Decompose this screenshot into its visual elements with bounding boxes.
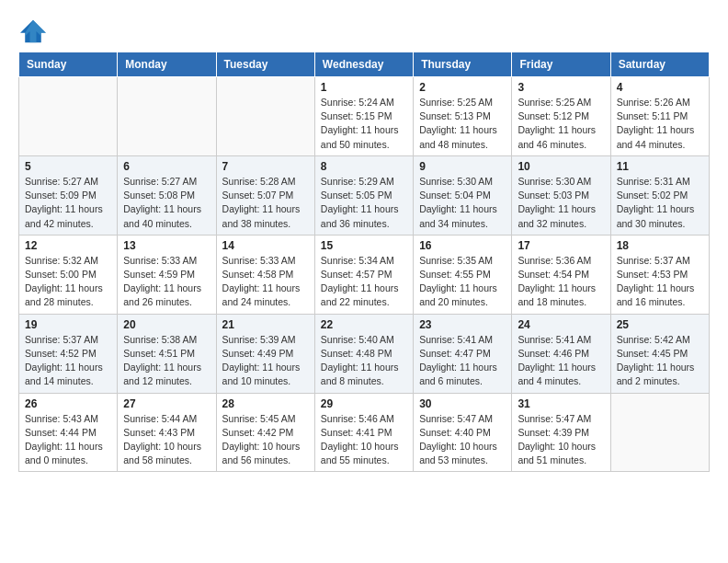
day-number: 8 (321, 160, 407, 173)
day-info: Sunrise: 5:33 AM Sunset: 4:59 PM Dayligh… (123, 254, 210, 310)
day-number: 13 (123, 239, 210, 252)
calendar-table: SundayMondayTuesdayWednesdayThursdayFrid… (18, 52, 710, 472)
day-info: Sunrise: 5:30 AM Sunset: 5:04 PM Dayligh… (419, 175, 506, 231)
day-info: Sunrise: 5:46 AM Sunset: 4:41 PM Dayligh… (321, 412, 407, 468)
day-info: Sunrise: 5:42 AM Sunset: 4:45 PM Dayligh… (617, 333, 703, 389)
calendar-week-row: 19Sunrise: 5:37 AM Sunset: 4:52 PM Dayli… (19, 314, 710, 393)
weekday-header: Tuesday (216, 52, 314, 77)
day-info: Sunrise: 5:31 AM Sunset: 5:02 PM Dayligh… (617, 175, 703, 231)
calendar-cell (118, 77, 216, 156)
calendar-cell: 21Sunrise: 5:39 AM Sunset: 4:49 PM Dayli… (216, 314, 314, 393)
day-info: Sunrise: 5:24 AM Sunset: 5:15 PM Dayligh… (321, 96, 407, 152)
day-info: Sunrise: 5:40 AM Sunset: 4:48 PM Dayligh… (321, 333, 407, 389)
calendar-cell: 16Sunrise: 5:35 AM Sunset: 4:55 PM Dayli… (414, 235, 512, 314)
day-info: Sunrise: 5:44 AM Sunset: 4:43 PM Dayligh… (123, 412, 210, 468)
calendar-cell: 8Sunrise: 5:29 AM Sunset: 5:05 PM Daylig… (314, 155, 413, 235)
calendar-cell: 11Sunrise: 5:31 AM Sunset: 5:02 PM Dayli… (610, 155, 709, 235)
day-number: 7 (222, 160, 309, 173)
calendar-cell (19, 77, 118, 156)
calendar-week-row: 1Sunrise: 5:24 AM Sunset: 5:15 PM Daylig… (19, 77, 710, 156)
day-number: 30 (419, 397, 506, 410)
day-info: Sunrise: 5:33 AM Sunset: 4:58 PM Dayligh… (222, 254, 309, 310)
day-info: Sunrise: 5:35 AM Sunset: 4:55 PM Dayligh… (419, 254, 506, 310)
day-info: Sunrise: 5:37 AM Sunset: 4:53 PM Dayligh… (617, 254, 703, 310)
day-number: 10 (518, 160, 604, 173)
calendar-week-row: 5Sunrise: 5:27 AM Sunset: 5:09 PM Daylig… (19, 155, 710, 235)
calendar-cell: 19Sunrise: 5:37 AM Sunset: 4:52 PM Dayli… (19, 314, 118, 393)
calendar-cell: 1Sunrise: 5:24 AM Sunset: 5:15 PM Daylig… (314, 77, 413, 156)
day-info: Sunrise: 5:41 AM Sunset: 4:46 PM Dayligh… (518, 333, 604, 389)
calendar-cell: 26Sunrise: 5:43 AM Sunset: 4:44 PM Dayli… (19, 393, 118, 472)
calendar-cell: 30Sunrise: 5:47 AM Sunset: 4:40 PM Dayli… (414, 393, 512, 472)
calendar-cell: 9Sunrise: 5:30 AM Sunset: 5:04 PM Daylig… (414, 155, 512, 235)
weekday-header: Saturday (610, 52, 709, 77)
day-number: 26 (25, 397, 111, 410)
day-info: Sunrise: 5:30 AM Sunset: 5:03 PM Dayligh… (518, 175, 604, 231)
day-info: Sunrise: 5:28 AM Sunset: 5:07 PM Dayligh… (222, 175, 309, 231)
day-number: 12 (25, 239, 111, 252)
day-number: 24 (518, 318, 604, 331)
calendar-cell: 2Sunrise: 5:25 AM Sunset: 5:13 PM Daylig… (414, 77, 512, 156)
calendar-cell: 31Sunrise: 5:47 AM Sunset: 4:39 PM Dayli… (512, 393, 610, 472)
day-number: 25 (617, 318, 703, 331)
calendar-cell: 13Sunrise: 5:33 AM Sunset: 4:59 PM Dayli… (118, 235, 216, 314)
day-info: Sunrise: 5:41 AM Sunset: 4:47 PM Dayligh… (419, 333, 506, 389)
day-number: 14 (222, 239, 309, 252)
day-info: Sunrise: 5:37 AM Sunset: 4:52 PM Dayligh… (25, 333, 111, 389)
day-info: Sunrise: 5:47 AM Sunset: 4:40 PM Dayligh… (419, 412, 506, 468)
calendar-cell: 22Sunrise: 5:40 AM Sunset: 4:48 PM Dayli… (314, 314, 413, 393)
day-info: Sunrise: 5:32 AM Sunset: 5:00 PM Dayligh… (25, 254, 111, 310)
day-info: Sunrise: 5:34 AM Sunset: 4:57 PM Dayligh… (321, 254, 407, 310)
day-info: Sunrise: 5:47 AM Sunset: 4:39 PM Dayligh… (518, 412, 604, 468)
weekday-header: Thursday (414, 52, 512, 77)
calendar-cell: 17Sunrise: 5:36 AM Sunset: 4:54 PM Dayli… (512, 235, 610, 314)
day-number: 31 (518, 397, 604, 410)
calendar-cell: 29Sunrise: 5:46 AM Sunset: 4:41 PM Dayli… (314, 393, 413, 472)
calendar-cell: 15Sunrise: 5:34 AM Sunset: 4:57 PM Dayli… (314, 235, 413, 314)
day-number: 19 (25, 318, 111, 331)
calendar-cell (216, 77, 314, 156)
calendar-cell: 12Sunrise: 5:32 AM Sunset: 5:00 PM Dayli… (19, 235, 118, 314)
day-info: Sunrise: 5:26 AM Sunset: 5:11 PM Dayligh… (617, 96, 703, 152)
day-info: Sunrise: 5:27 AM Sunset: 5:08 PM Dayligh… (123, 175, 210, 231)
calendar-cell: 14Sunrise: 5:33 AM Sunset: 4:58 PM Dayli… (216, 235, 314, 314)
day-info: Sunrise: 5:29 AM Sunset: 5:05 PM Dayligh… (321, 175, 407, 231)
calendar-cell: 7Sunrise: 5:28 AM Sunset: 5:07 PM Daylig… (216, 155, 314, 235)
logo-icon (18, 18, 48, 44)
day-number: 16 (419, 239, 506, 252)
day-number: 20 (123, 318, 210, 331)
weekday-header: Friday (512, 52, 610, 77)
logo (18, 18, 51, 44)
day-number: 29 (321, 397, 407, 410)
calendar-cell: 4Sunrise: 5:26 AM Sunset: 5:11 PM Daylig… (610, 77, 709, 156)
day-number: 1 (321, 81, 407, 94)
calendar-cell: 6Sunrise: 5:27 AM Sunset: 5:08 PM Daylig… (118, 155, 216, 235)
day-number: 2 (419, 81, 506, 94)
weekday-header: Sunday (19, 52, 118, 77)
calendar-cell: 24Sunrise: 5:41 AM Sunset: 4:46 PM Dayli… (512, 314, 610, 393)
day-number: 4 (617, 81, 703, 94)
day-number: 11 (617, 160, 703, 173)
day-info: Sunrise: 5:25 AM Sunset: 5:12 PM Dayligh… (518, 96, 604, 152)
calendar-cell: 25Sunrise: 5:42 AM Sunset: 4:45 PM Dayli… (610, 314, 709, 393)
day-info: Sunrise: 5:27 AM Sunset: 5:09 PM Dayligh… (25, 175, 111, 231)
day-info: Sunrise: 5:25 AM Sunset: 5:13 PM Dayligh… (419, 96, 506, 152)
calendar-cell: 10Sunrise: 5:30 AM Sunset: 5:03 PM Dayli… (512, 155, 610, 235)
day-number: 6 (123, 160, 210, 173)
day-info: Sunrise: 5:45 AM Sunset: 4:42 PM Dayligh… (222, 412, 309, 468)
calendar-week-row: 12Sunrise: 5:32 AM Sunset: 5:00 PM Dayli… (19, 235, 710, 314)
day-number: 9 (419, 160, 506, 173)
day-info: Sunrise: 5:36 AM Sunset: 4:54 PM Dayligh… (518, 254, 604, 310)
day-number: 28 (222, 397, 309, 410)
weekday-header: Wednesday (314, 52, 413, 77)
page-header (18, 18, 710, 44)
header-row: SundayMondayTuesdayWednesdayThursdayFrid… (19, 52, 710, 77)
day-info: Sunrise: 5:38 AM Sunset: 4:51 PM Dayligh… (123, 333, 210, 389)
calendar-cell: 27Sunrise: 5:44 AM Sunset: 4:43 PM Dayli… (118, 393, 216, 472)
calendar-cell: 23Sunrise: 5:41 AM Sunset: 4:47 PM Dayli… (414, 314, 512, 393)
day-number: 15 (321, 239, 407, 252)
day-number: 3 (518, 81, 604, 94)
day-number: 23 (419, 318, 506, 331)
weekday-header: Monday (118, 52, 216, 77)
day-number: 21 (222, 318, 309, 331)
